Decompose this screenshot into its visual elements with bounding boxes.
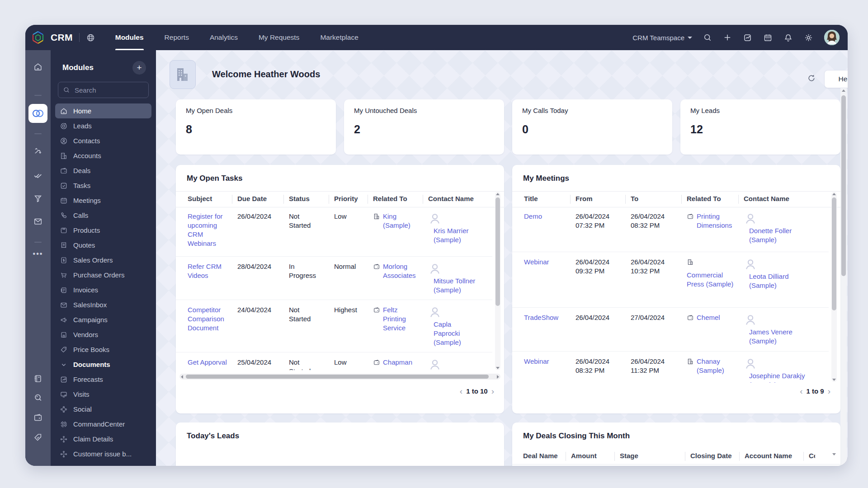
column-header[interactable]: Contact Name <box>809 452 815 460</box>
tasks-horizontal-scrollbar[interactable] <box>179 374 500 380</box>
sidebar-item-partial[interactable] <box>55 461 151 466</box>
home-dashboard-selector[interactable]: Heather Woods's Home <box>824 70 848 88</box>
nav-modules[interactable]: Modules <box>115 25 144 50</box>
rail-more-icon[interactable]: ••• <box>25 250 51 258</box>
kpi-card-calls-today[interactable]: My Calls Today 0 <box>512 99 672 155</box>
contact-link[interactable]: Kris Marrier (Sample) <box>434 226 479 244</box>
column-header[interactable]: Stage <box>620 452 683 460</box>
table-row[interactable]: TradeShow 26/04/2024 27/04/2024 Chemel J… <box>512 308 829 352</box>
column-header[interactable]: Related To <box>687 195 737 202</box>
task-subject-link[interactable]: Competitor Comparison Document <box>188 306 224 332</box>
contact-link[interactable]: Leota Dilliard (Sample) <box>749 272 811 290</box>
scroll-up-arrow[interactable] <box>832 193 836 195</box>
task-subject-link[interactable]: Register for upcoming CRM Webinars <box>188 212 223 247</box>
nav-reports[interactable]: Reports <box>165 25 189 50</box>
scroll-right-arrow[interactable] <box>497 375 499 379</box>
meeting-title-link[interactable]: Webinar <box>524 258 549 266</box>
notifications-icon[interactable] <box>783 33 793 42</box>
sidebar-item-purchase-orders[interactable]: Purchase Orders <box>55 267 151 282</box>
rail-home-icon[interactable] <box>25 62 51 72</box>
rail-approvals-icon[interactable] <box>25 170 51 180</box>
rail-mail-icon[interactable] <box>25 216 51 226</box>
module-search[interactable] <box>58 82 149 98</box>
task-subject-link[interactable]: Refer CRM Videos <box>188 263 222 279</box>
prev-page-icon[interactable]: ‹ <box>460 388 462 394</box>
sidebar-item-customer-issue[interactable]: Customer issue b... <box>55 446 151 461</box>
sidebar-item-leads[interactable]: Leads <box>55 118 151 133</box>
scroll-down-arrow[interactable] <box>832 379 836 381</box>
sidebar-item-invoices[interactable]: Invoices <box>55 282 151 297</box>
scroll-up-arrow[interactable] <box>842 89 845 92</box>
search-icon[interactable] <box>703 33 712 42</box>
scroll-down-arrow[interactable] <box>496 367 500 369</box>
sidebar-item-tasks[interactable]: Tasks <box>55 178 151 193</box>
related-record-link[interactable]: Chanay (Sample) <box>697 357 735 375</box>
rail-wallet-icon[interactable] <box>25 413 51 422</box>
sidebar-item-home[interactable]: Home <box>55 103 151 118</box>
related-record-link[interactable]: King (Sample) <box>383 212 420 230</box>
table-row[interactable]: Webinar 26/04/2024 09:32 PM 26/04/2024 1… <box>512 252 829 308</box>
kpi-card-my-leads[interactable]: My Leads 12 <box>680 99 840 155</box>
meeting-title-link[interactable]: Webinar <box>524 357 549 365</box>
related-record-link[interactable]: Chapman <box>383 358 412 368</box>
crm-logo[interactable] <box>25 25 51 50</box>
kpi-card-open-deals[interactable]: My Open Deals 8 <box>176 99 336 155</box>
add-icon[interactable] <box>723 33 732 42</box>
sidebar-item-contacts[interactable]: Contacts <box>55 133 151 148</box>
related-record-link[interactable]: Morlong Associates <box>383 262 420 280</box>
table-row[interactable]: Competitor Comparison Document 24/04/202… <box>176 300 492 352</box>
sidebar-item-accounts[interactable]: Accounts <box>55 148 151 163</box>
rail-notebook-icon[interactable] <box>25 374 51 384</box>
page-scrollbar[interactable] <box>840 88 847 466</box>
column-header[interactable]: Amount <box>571 452 613 460</box>
tasks-vertical-scrollbar[interactable] <box>495 192 500 370</box>
nav-analytics[interactable]: Analytics <box>210 25 238 50</box>
sidebar-item-vendors[interactable]: Vendors <box>55 327 151 342</box>
scroll-up-arrow[interactable] <box>496 193 500 195</box>
rail-tags-icon[interactable] <box>25 432 51 442</box>
calendar-icon[interactable] <box>763 33 773 42</box>
rail-zia-search-icon[interactable] <box>25 393 51 403</box>
sidebar-item-quotes[interactable]: Quotes <box>55 238 151 253</box>
table-row[interactable]: Register for upcoming CRM Webinars 26/04… <box>176 206 492 257</box>
meeting-title-link[interactable]: TradeShow <box>524 314 558 321</box>
meetings-vertical-scrollbar[interactable] <box>831 192 837 382</box>
refresh-icon[interactable] <box>807 74 816 84</box>
sidebar-item-commandcenter[interactable]: CommandCenter <box>55 417 151 432</box>
column-header[interactable]: To <box>631 195 679 202</box>
column-header[interactable]: Title <box>524 195 569 202</box>
sidebar-item-sales-orders[interactable]: Sales Orders <box>55 253 151 267</box>
contact-link[interactable]: James Venere (Sample) <box>749 328 811 346</box>
rail-signals-icon[interactable] <box>25 146 51 156</box>
sidebar-item-forecasts[interactable]: Forecasts <box>55 372 151 387</box>
sidebar-item-calls[interactable]: Calls <box>55 208 151 223</box>
scrollbar-thumb[interactable] <box>495 197 500 306</box>
scrollbar-thumb[interactable] <box>832 197 836 310</box>
column-header[interactable]: Priority <box>334 195 368 202</box>
contact-link[interactable]: Donette Foller (Sample) <box>749 226 811 244</box>
rail-funnel-icon[interactable] <box>25 194 51 204</box>
scroll-left-arrow[interactable] <box>181 375 183 379</box>
related-record-link[interactable]: Commercial Press (Sample) <box>687 271 735 289</box>
table-row[interactable]: Get Apporval 25/04/2024 Not Started Low … <box>176 352 492 370</box>
column-header[interactable]: Closing Date <box>690 452 738 460</box>
related-record-link[interactable]: Feltz Printing Service <box>383 305 420 333</box>
add-module-button[interactable]: + <box>132 61 146 75</box>
related-record-link[interactable]: Printing Dimensions <box>697 212 735 230</box>
user-avatar[interactable] <box>824 30 840 45</box>
related-record-link[interactable]: Chemel <box>697 313 720 324</box>
meeting-title-link[interactable]: Demo <box>524 212 542 220</box>
feeds-icon[interactable] <box>743 33 752 42</box>
sidebar-item-products[interactable]: Products <box>55 223 151 238</box>
page-scrollbar-thumb[interactable] <box>841 95 846 276</box>
nav-marketplace[interactable]: Marketplace <box>320 25 358 50</box>
sidebar-item-meetings[interactable]: Meetings <box>55 193 151 208</box>
contact-link[interactable]: Josephine Darakjy (Sample) <box>749 371 811 383</box>
sidebar-item-price-books[interactable]: Price Books <box>55 342 151 357</box>
column-header[interactable]: Account Name <box>745 452 802 460</box>
module-search-input[interactable] <box>74 86 143 94</box>
table-row[interactable]: Demo 26/04/2024 07:32 PM 26/04/2024 08:3… <box>512 206 829 252</box>
sidebar-item-deals[interactable]: Deals <box>55 163 151 178</box>
settings-icon[interactable] <box>804 33 813 42</box>
scrollbar-thumb[interactable] <box>186 375 489 379</box>
